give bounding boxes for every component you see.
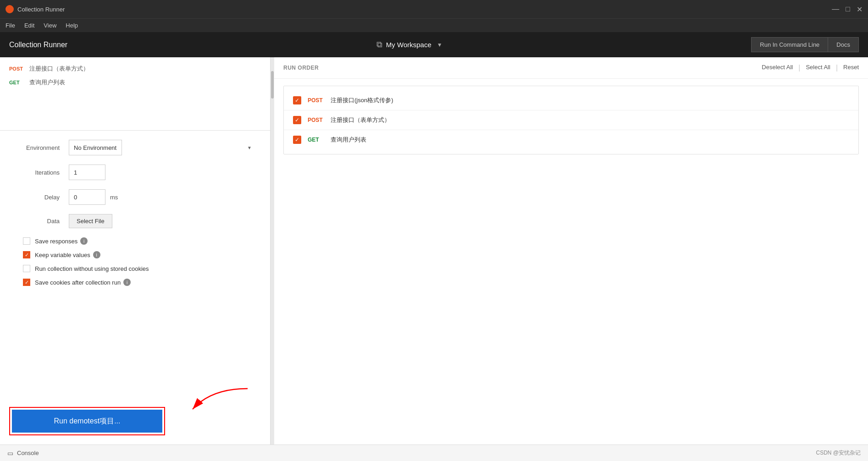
run-command-line-button[interactable]: Run In Command Line	[751, 37, 828, 52]
data-row: Data Select File	[14, 214, 256, 228]
right-panel: RUN ORDER Deselect All | Select All | Re…	[274, 57, 868, 445]
run-order-item: POST 注册接口(json格式传参)	[284, 91, 858, 110]
header: Collection Runner ⧉ My Workspace ▼ Run I…	[0, 32, 868, 57]
method-badge-post: POST	[308, 117, 324, 123]
data-label: Data	[14, 218, 60, 225]
menu-bar: File Edit View Help	[0, 18, 868, 32]
delay-row: Delay ms	[14, 189, 256, 205]
keep-variable-label: Keep variable values	[35, 252, 90, 258]
menu-help[interactable]: Help	[66, 22, 78, 29]
environment-select[interactable]: No Environment	[69, 140, 122, 155]
menu-file[interactable]: File	[6, 22, 15, 29]
save-responses-checkbox[interactable]	[23, 237, 30, 245]
run-order-checkbox-0[interactable]	[293, 96, 301, 104]
minimize-button[interactable]: —	[832, 5, 839, 14]
console-label[interactable]: Console	[17, 450, 39, 456]
run-order-actions: Deselect All | Select All | Reset	[762, 64, 859, 72]
run-order-checkbox-1[interactable]	[293, 116, 301, 124]
method-badge-get: GET	[308, 137, 324, 143]
save-cookies-label: Save cookies after collection run	[35, 279, 121, 286]
no-cookies-checkbox[interactable]	[23, 265, 30, 272]
app-icon	[6, 5, 14, 13]
iterations-input[interactable]	[69, 165, 105, 180]
run-order-checkbox-2[interactable]	[293, 136, 301, 144]
list-item: GET 查询用户列表	[0, 76, 270, 89]
select-file-button[interactable]: Select File	[69, 214, 112, 228]
save-responses-row: Save responses i	[14, 237, 256, 245]
save-cookies-checkbox[interactable]	[23, 279, 30, 286]
workspace-selector[interactable]: ⧉ My Workspace ▼	[376, 40, 442, 49]
run-order-title: RUN ORDER	[283, 65, 319, 71]
delay-input[interactable]	[69, 189, 105, 205]
save-responses-label: Save responses	[35, 238, 77, 245]
method-badge-get: GET	[9, 80, 26, 85]
app-title: Collection Runner	[17, 6, 65, 13]
collection-list: POST 注册接口（表单方式） GET 查询用户列表	[0, 57, 270, 131]
item-name: 查询用户列表	[29, 78, 65, 87]
docs-button[interactable]: Docs	[828, 37, 859, 52]
menu-view[interactable]: View	[44, 22, 56, 29]
console-icon: ▭	[7, 450, 13, 457]
environment-row: Environment No Environment	[14, 140, 256, 155]
run-order-item: POST 注册接口（表单方式）	[284, 110, 858, 130]
footer: ▭ Console CSDN @安忧杂记	[0, 445, 868, 461]
run-order-list: POST 注册接口(json格式传参) POST 注册接口（表单方式） GET …	[283, 86, 859, 154]
select-all-button[interactable]: Select All	[806, 64, 830, 72]
list-item: POST 注册接口（表单方式）	[0, 62, 270, 76]
menu-edit[interactable]: Edit	[24, 22, 34, 29]
iterations-row: Iterations	[14, 165, 256, 180]
save-cookies-info-icon: i	[123, 279, 131, 286]
scrollbar-divider	[271, 57, 274, 445]
window-controls: — □ ✕	[832, 5, 862, 14]
method-badge-post: POST	[9, 66, 26, 71]
footer-left: ▭ Console	[7, 450, 39, 457]
keep-variable-checkbox[interactable]	[23, 251, 30, 258]
method-badge-post: POST	[308, 97, 324, 104]
save-cookies-row: Save cookies after collection run i	[14, 279, 256, 286]
no-cookies-label: Run collection without using stored cook…	[35, 265, 149, 272]
keep-variable-row: Keep variable values i	[14, 251, 256, 258]
no-cookies-row: Run collection without using stored cook…	[14, 265, 256, 272]
workspace-name: My Workspace	[386, 41, 431, 49]
close-button[interactable]: ✕	[857, 5, 862, 14]
delay-unit: ms	[110, 194, 118, 201]
run-order-item-name: 注册接口（表单方式）	[331, 116, 390, 124]
item-name: 注册接口（表单方式）	[29, 65, 89, 73]
save-responses-info-icon: i	[80, 237, 88, 245]
run-order-item-name: 注册接口(json格式传参)	[331, 96, 393, 104]
config-area: Environment No Environment Iterations De…	[0, 131, 270, 402]
run-order-header: RUN ORDER Deselect All | Select All | Re…	[274, 57, 868, 79]
grid-icon: ⧉	[376, 40, 382, 49]
iterations-label: Iterations	[14, 169, 60, 176]
environment-label: Environment	[14, 144, 60, 151]
main-content: POST 注册接口（表单方式） GET 查询用户列表 Environment N…	[0, 57, 868, 445]
scrollbar-thumb[interactable]	[271, 71, 274, 99]
reset-button[interactable]: Reset	[843, 64, 859, 72]
delay-label: Delay	[14, 194, 60, 201]
run-order-item: GET 查询用户列表	[284, 130, 858, 149]
deselect-all-button[interactable]: Deselect All	[762, 64, 793, 72]
run-collection-button[interactable]: Run demotest项目...	[12, 410, 162, 433]
run-btn-wrapper: Run demotest项目...	[0, 402, 270, 445]
keep-variable-info-icon: i	[93, 251, 100, 258]
footer-credit: CSDN @安忧杂记	[816, 449, 861, 457]
header-title: Collection Runner	[9, 41, 67, 49]
maximize-button[interactable]: □	[846, 5, 850, 14]
title-bar: Collection Runner — □ ✕	[0, 0, 868, 18]
run-btn-outer-border: Run demotest项目...	[9, 407, 165, 435]
environment-select-wrapper: No Environment	[69, 140, 256, 155]
workspace-dropdown-icon: ▼	[437, 42, 442, 48]
run-order-item-name: 查询用户列表	[331, 136, 366, 144]
header-actions: Run In Command Line Docs	[751, 37, 859, 52]
left-panel: POST 注册接口（表单方式） GET 查询用户列表 Environment N…	[0, 57, 271, 445]
